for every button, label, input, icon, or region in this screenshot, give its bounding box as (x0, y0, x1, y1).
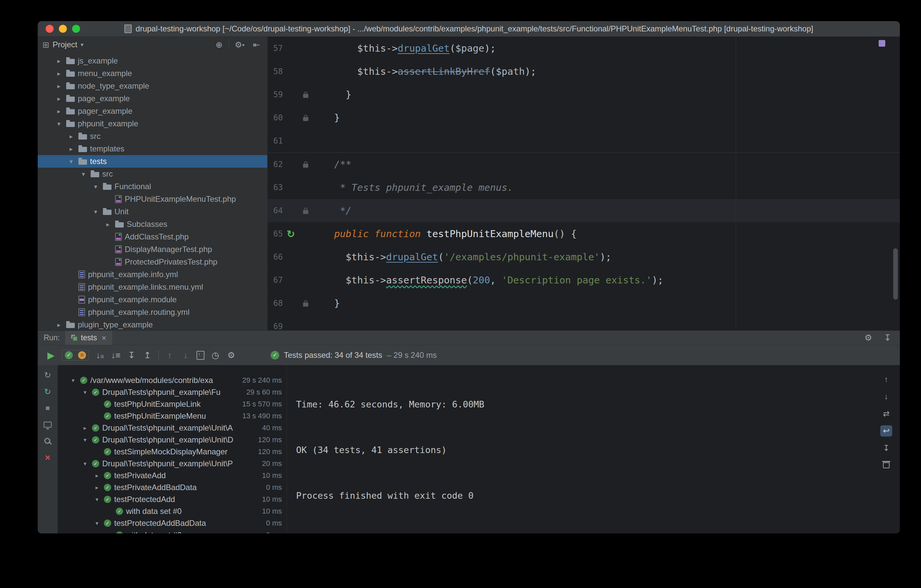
expand-arrow-icon[interactable]: ▾ (93, 496, 101, 503)
stop-icon[interactable]: ■ (45, 403, 50, 413)
console-output[interactable]: Time: 46.62 seconds, Memory: 6.00MB OK (… (287, 365, 900, 504)
project-tree-row[interactable]: phpunit_example.module (38, 293, 267, 306)
fold-slot[interactable] (298, 161, 314, 168)
run-settings-gear-icon[interactable]: ⚙ (861, 333, 875, 343)
expand-arrow-icon[interactable]: ▸ (55, 321, 63, 329)
project-header-title[interactable]: Project (53, 40, 77, 49)
fold-slot[interactable] (298, 300, 314, 307)
test-history-button[interactable]: ◷ (210, 350, 220, 361)
code-line[interactable]: } (322, 89, 351, 100)
project-tree-row[interactable]: ▸js_example (38, 55, 267, 67)
project-tree-row[interactable]: ▾Functional (38, 180, 267, 193)
project-tree-row[interactable]: ▾phpunit_example (38, 117, 267, 130)
test-tree-row[interactable]: ▾✓Drupal\Tests\phpunit_example\Unit\P20 … (58, 458, 286, 469)
import-test-results-button[interactable] (197, 351, 205, 360)
toolbar-gear-icon[interactable]: ⚙ (226, 350, 236, 361)
project-tree-row[interactable]: phpunit_example.info.yml (38, 268, 267, 281)
expand-arrow-icon[interactable]: ▸ (67, 133, 75, 140)
test-tree-row[interactable]: ✓with data set #00 ms (58, 529, 286, 533)
locate-file-icon[interactable]: ⊕ (213, 40, 225, 50)
test-tree-row[interactable]: ✓testPhpUnitExampleLink15 s 570 ms (58, 398, 286, 410)
project-tree-row[interactable]: ▾tests (38, 155, 267, 168)
test-tree-row[interactable]: ▾✓Drupal\Tests\phpunit_example\Fu29 s 60… (58, 386, 286, 398)
editor[interactable]: 57 $this->drupalGet($page);58 $this->ass… (268, 37, 900, 330)
previous-failed-test-button[interactable]: ↑ (165, 350, 175, 361)
down-stack-icon[interactable]: ↓ (880, 391, 892, 402)
sort-alphabetically-button[interactable]: ↓a (95, 350, 105, 361)
project-tree-row[interactable]: AddClassTest.php (38, 231, 267, 243)
test-tree-row[interactable]: ▸✓Drupal\Tests\phpunit_example\Unit\A40 … (58, 422, 286, 434)
show-ignored-toggle[interactable]: ≡ (78, 351, 86, 359)
fold-marker-icon[interactable] (303, 164, 308, 168)
pin-tab-icon[interactable] (44, 437, 52, 446)
expand-arrow-icon[interactable]: ▾ (81, 460, 89, 467)
test-tree-row[interactable]: ▾✓/var/www/web/modules/contrib/exa29 s 2… (58, 374, 286, 386)
expand-arrow-icon[interactable]: ▾ (91, 208, 100, 216)
expand-arrow-icon[interactable]: ▸ (55, 70, 63, 77)
test-console[interactable]: Time: 46.62 seconds, Memory: 6.00MB OK (… (287, 365, 900, 533)
code-line[interactable]: public function testPhpUnitExampleMenu()… (322, 228, 577, 239)
expand-arrow-icon[interactable]: ▸ (55, 107, 63, 115)
soft-wrap-icon[interactable]: ↩ (880, 425, 892, 437)
test-tree-row[interactable]: ✓with data set #010 ms (58, 505, 286, 517)
expand-arrow-icon[interactable]: ▾ (67, 158, 75, 166)
expand-arrow-icon[interactable]: ▸ (55, 95, 63, 102)
project-tree-row[interactable]: ▸node_type_example (38, 80, 267, 92)
project-tree-row[interactable]: phpunit_example.links.menu.yml (38, 281, 267, 293)
project-tree-row[interactable]: ProtectedPrivatesTest.php (38, 256, 267, 268)
project-tree-row[interactable]: ▸templates (38, 143, 267, 155)
chevron-down-icon[interactable]: ▾ (81, 41, 84, 48)
rerun-tests-button[interactable]: ▶ (46, 350, 56, 361)
expand-arrow-icon[interactable]: ▾ (69, 377, 77, 384)
fold-marker-icon[interactable] (303, 94, 308, 98)
next-failed-test-button[interactable]: ↓ (181, 350, 190, 361)
collapse-all-button[interactable]: ↥ (143, 350, 153, 361)
up-stack-icon[interactable]: ↑ (880, 374, 892, 385)
code-line[interactable]: $this->assertLinkByHref($path); (322, 66, 536, 77)
rerun-failed-tests-icon[interactable]: ↻ (44, 387, 51, 396)
project-tree-row[interactable]: ▸Subclasses (38, 218, 267, 231)
expand-arrow-icon[interactable]: ▾ (91, 183, 100, 190)
test-tree-row[interactable]: ✓testPhpUnitExampleMenu13 s 490 ms (58, 410, 286, 422)
test-tree-row[interactable]: ▸✓testPrivateAddBadData0 ms (58, 481, 286, 494)
run-tab-tests[interactable]: tests × (65, 331, 112, 345)
project-tree-row[interactable]: PHPUnitExampleMenuTest.php (38, 193, 267, 205)
sort-by-duration-button[interactable]: ↓≡ (111, 350, 121, 361)
fold-marker-icon[interactable] (303, 117, 308, 121)
scroll-to-end-icon[interactable]: ↧ (880, 442, 892, 454)
code-line[interactable]: */ (322, 205, 351, 216)
expand-arrow-icon[interactable]: ▸ (104, 221, 112, 228)
code-line[interactable]: * Tests phpunit_example menus. (322, 182, 513, 193)
test-tree-row[interactable]: ▸✓testPrivateAdd10 ms (58, 469, 286, 481)
expand-arrow-icon[interactable]: ▸ (81, 425, 89, 432)
code-line[interactable]: } (322, 298, 340, 309)
test-tree-row[interactable]: ✓testSimpleMockDisplayManager120 ms (58, 446, 286, 458)
expand-arrow-icon[interactable]: ▾ (55, 120, 63, 128)
gear-icon[interactable]: ⚙▾ (232, 40, 247, 50)
fold-slot[interactable] (298, 208, 314, 214)
swap-output-icon[interactable]: ⇄ (880, 408, 892, 419)
project-tree-row[interactable]: DisplayManagerTest.php (38, 243, 267, 256)
project-tree-row[interactable]: ▸src (38, 130, 267, 143)
console-icon[interactable] (44, 420, 52, 429)
show-passed-toggle[interactable]: ✓ (65, 351, 73, 359)
project-tree-row[interactable]: ▾src (38, 168, 267, 180)
project-tree-row[interactable]: ▾Unit (38, 205, 267, 218)
code-line[interactable]: $this->assertResponse(200, 'Description … (322, 275, 663, 286)
expand-all-button[interactable]: ↧ (127, 350, 137, 361)
fold-marker-icon[interactable] (303, 302, 308, 307)
code-line[interactable]: } (322, 112, 340, 123)
fold-marker-icon[interactable] (303, 210, 308, 214)
hide-run-panel-icon[interactable]: ↧ (880, 333, 895, 343)
code-line[interactable]: $this->drupalGet('/examples/phpunit-exam… (322, 251, 611, 263)
test-tree-row[interactable]: ▾✓testProtectedAddBadData0 ms (58, 517, 286, 529)
project-tree-row[interactable]: ▸page_example (38, 92, 267, 105)
zoom-window-button[interactable] (72, 25, 80, 33)
test-tree-row[interactable]: ▾✓testProtectedAdd10 ms (58, 494, 286, 505)
close-tab-icon[interactable]: × (102, 333, 106, 343)
project-tree-row[interactable]: phpunit_example.routing.yml (38, 306, 267, 318)
minimize-window-button[interactable] (59, 25, 67, 33)
editor-scrollbar-thumb[interactable] (893, 249, 898, 300)
expand-arrow-icon[interactable]: ▸ (55, 82, 63, 90)
error-stripe-mark[interactable] (879, 40, 885, 47)
